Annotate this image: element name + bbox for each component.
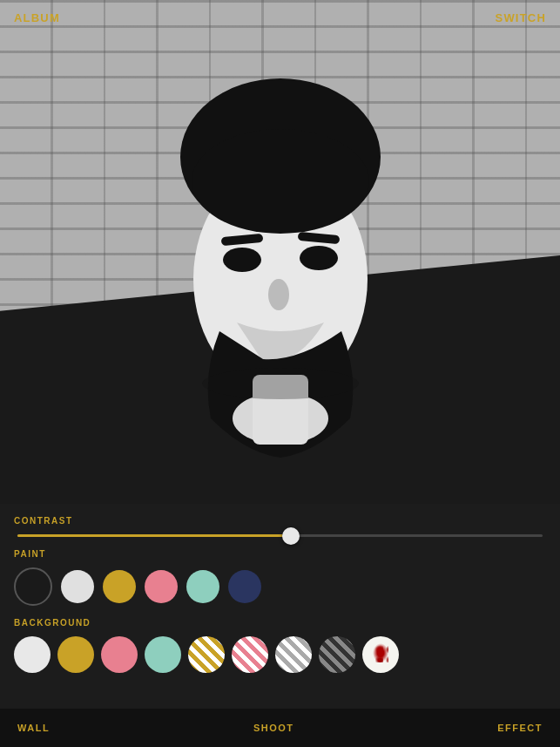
svg-point-10	[202, 368, 359, 399]
paint-color-gold[interactable]	[103, 570, 136, 603]
bg-option-stripe-gray[interactable]	[275, 636, 312, 673]
contrast-slider-fill	[17, 534, 291, 537]
album-button[interactable]: ALBUM	[14, 11, 60, 24]
svg-point-6	[300, 246, 338, 270]
contrast-label: CONTRAST	[14, 516, 546, 526]
bottom-nav: WALL SHOOT EFFECT	[0, 709, 560, 747]
svg-point-7	[268, 279, 289, 310]
background-label: BACKGROUND	[14, 618, 546, 628]
paint-color-mint[interactable]	[186, 570, 219, 603]
paint-color-row	[14, 567, 546, 606]
photo-area	[0, 0, 560, 506]
nav-effect[interactable]: EFFECT	[497, 723, 543, 733]
bg-option-mint[interactable]	[145, 636, 181, 673]
paint-color-white[interactable]	[61, 570, 94, 603]
contrast-slider-track[interactable]	[17, 534, 543, 537]
background-section: BACKGROUND	[14, 618, 546, 673]
svg-point-2	[192, 129, 369, 234]
contrast-section: CONTRAST	[14, 516, 546, 537]
paint-section: PAINT	[14, 549, 546, 606]
controls-panel: CONTRAST PAINT BACKGROUND	[0, 504, 560, 709]
bg-option-splatter[interactable]	[362, 636, 399, 673]
nav-wall[interactable]: WALL	[17, 723, 50, 733]
switch-button[interactable]: SWITCH	[496, 11, 546, 24]
top-bar: ALBUM SWITCH	[0, 0, 560, 35]
paint-color-darkblue[interactable]	[228, 570, 261, 603]
svg-point-5	[223, 248, 261, 272]
nav-shoot[interactable]: SHOOT	[253, 723, 294, 733]
bg-option-stripe-pink[interactable]	[232, 636, 268, 673]
contrast-slider-thumb[interactable]	[282, 527, 300, 545]
background-color-row	[14, 636, 546, 673]
paint-color-pink[interactable]	[145, 570, 178, 603]
paint-label: PAINT	[14, 549, 546, 559]
paint-color-black[interactable]	[14, 567, 52, 606]
bg-option-stripe-gold[interactable]	[188, 636, 225, 673]
stencil-face	[124, 52, 437, 488]
bg-option-pink[interactable]	[101, 636, 138, 673]
bg-option-gold[interactable]	[57, 636, 94, 673]
bg-option-white[interactable]	[14, 636, 51, 673]
bg-option-stripe-dark[interactable]	[319, 636, 355, 673]
